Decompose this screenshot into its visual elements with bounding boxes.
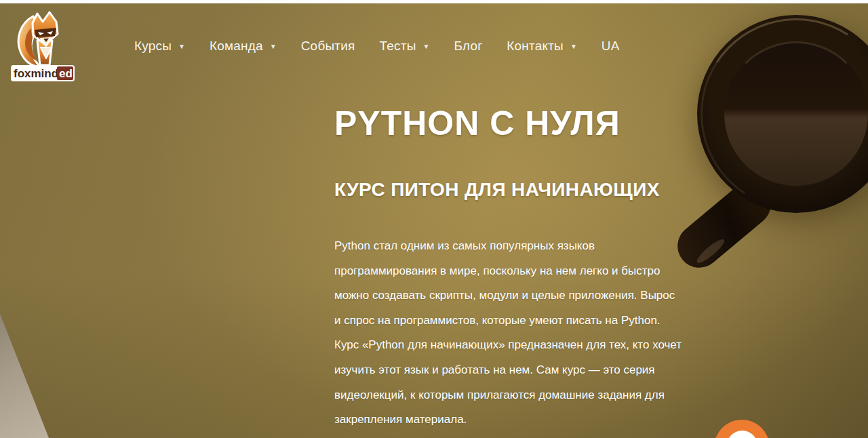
caret-down-icon: ▼ xyxy=(270,42,277,50)
nav-item-events[interactable]: События xyxy=(301,39,355,54)
hero-section: foxmind ed Курсы ▼ Команда ▼ События Тес… xyxy=(0,3,868,438)
nav-item-language-ua[interactable]: UA xyxy=(601,39,620,54)
nav-item-courses[interactable]: Курсы ▼ xyxy=(134,39,185,54)
chat-widget-button[interactable] xyxy=(714,420,770,438)
nav-item-contacts[interactable]: Контакты ▼ xyxy=(507,39,577,54)
nav-item-label: Контакты xyxy=(507,39,564,54)
page: foxmind ed Курсы ▼ Команда ▼ События Тес… xyxy=(0,0,868,438)
page-subtitle: КУРС ПИТОН ДЛЯ НАЧИНАЮЩИХ xyxy=(334,178,660,201)
logo-text-main: foxmind xyxy=(14,67,58,80)
logo-text-suffix: ed xyxy=(59,67,73,80)
main-nav: Курсы ▼ Команда ▼ События Тесты ▼ Блог К… xyxy=(134,35,620,58)
caret-down-icon: ▼ xyxy=(423,42,430,50)
caret-down-icon: ▼ xyxy=(570,42,577,50)
foxminded-logo[interactable]: foxmind ed xyxy=(10,5,75,83)
desk-edge-highlight xyxy=(0,314,49,438)
fox-logo-icon: foxmind ed xyxy=(10,5,75,83)
nav-item-blog[interactable]: Блог xyxy=(454,39,482,54)
caret-down-icon: ▼ xyxy=(178,42,185,50)
nav-item-label: Команда xyxy=(210,39,263,54)
coffee-cup-image xyxy=(697,15,868,213)
nav-item-team[interactable]: Команда ▼ xyxy=(210,39,277,54)
nav-item-label: UA xyxy=(601,39,620,54)
page-title: PYTHON С НУЛЯ xyxy=(334,105,620,142)
nav-item-label: События xyxy=(301,39,355,54)
coffee-surface xyxy=(724,42,868,186)
chat-widget-icon xyxy=(727,431,757,438)
top-strip xyxy=(0,0,868,3)
nav-item-label: Блог xyxy=(454,39,482,54)
nav-item-label: Курсы xyxy=(134,39,172,54)
nav-item-label: Тесты xyxy=(380,39,416,54)
nav-item-tests[interactable]: Тесты ▼ xyxy=(380,39,430,54)
course-description: Python стал одним из самых популярных яз… xyxy=(334,234,687,433)
